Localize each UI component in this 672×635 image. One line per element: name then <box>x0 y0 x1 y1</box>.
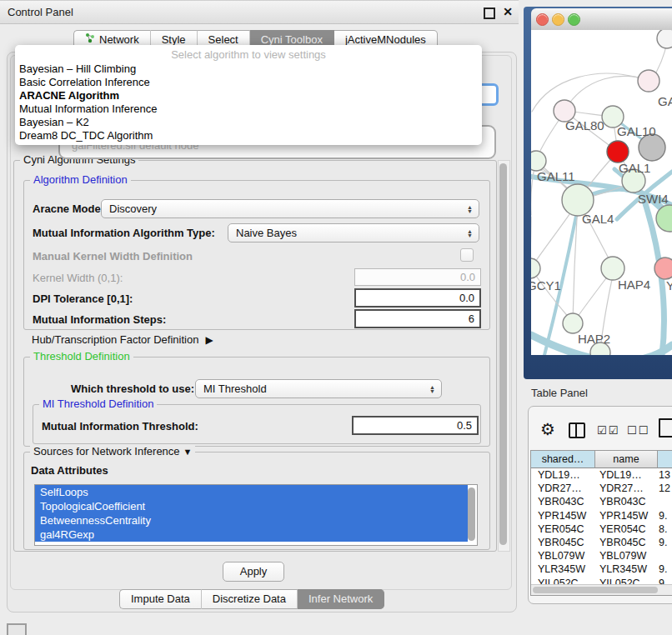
network-node[interactable] <box>654 258 672 279</box>
table-cell[interactable]: YBR043C <box>538 495 593 508</box>
table-cell[interactable]: YER054C <box>538 522 593 536</box>
mi-threshold-label: Mutual Information Threshold: <box>42 420 198 432</box>
node-label: GAL10 <box>617 124 656 138</box>
mi-threshold-definition-group: MI Threshold Definition Mutual Informati… <box>33 404 481 444</box>
column-header-name[interactable]: name <box>595 451 658 468</box>
table-row[interactable]: YBR043CYBR043C <box>531 495 672 508</box>
dpi-tolerance-input[interactable]: 0.0 <box>354 288 481 308</box>
import-table-icon[interactable] <box>659 418 672 438</box>
hub-definition-label: Hub/Transcription Factor Definition <box>32 333 198 346</box>
network-node[interactable] <box>563 313 583 333</box>
network-node[interactable] <box>601 257 624 280</box>
table-cell[interactable]: YER054C <box>599 522 654 536</box>
which-threshold-label: Which threshold to use: <box>71 382 194 395</box>
table-cell[interactable]: 9. <box>659 509 672 522</box>
table-cell[interactable]: YLR345W <box>599 562 654 576</box>
algorithm-option[interactable]: Mutual Information Inference <box>15 102 482 116</box>
mi-threshold-input[interactable]: 0.5 <box>352 416 479 435</box>
table-cell[interactable]: 8. <box>659 522 672 536</box>
float-window-icon[interactable] <box>484 8 495 19</box>
network-edge[interactable] <box>564 76 649 111</box>
table-hscroll-thumb[interactable] <box>533 587 658 593</box>
table-row[interactable]: YBR045CYBR045C9. <box>531 536 672 549</box>
dpi-tolerance-label: DPI Tolerance [0,1]: <box>33 292 133 305</box>
table-cell[interactable]: YBR043C <box>599 495 654 508</box>
algorithm-option[interactable]: ARACNE Algorithm <box>15 89 482 102</box>
network-node[interactable] <box>657 30 672 48</box>
tab-impute-data[interactable]: Impute Data <box>119 589 202 609</box>
table-cell[interactable]: YDL19… <box>599 468 654 482</box>
tab-discretize-data[interactable]: Discretize Data <box>202 589 298 609</box>
close-icon[interactable]: ✕ <box>503 5 513 18</box>
table-horizontal-scrollbar[interactable] <box>531 584 672 595</box>
network-node[interactable] <box>531 258 540 278</box>
table-panel-title: Table Panel <box>531 387 588 399</box>
table-row[interactable]: YBL079WYBL079W <box>531 549 672 562</box>
column-header-cut[interactable] <box>658 451 672 468</box>
table-cell[interactable]: YDR27… <box>599 482 654 495</box>
table-cell[interactable]: YLR345W <box>538 562 593 576</box>
network-canvas[interactable]: GALGAL80GAL10GAL1GAL11SWI4GAL4GCY1HAP4YH… <box>531 30 672 355</box>
network-node[interactable] <box>531 151 546 171</box>
algorithm-option[interactable]: Bayesian – Hill Climbing <box>15 62 482 76</box>
minimized-panel-icon[interactable] <box>7 623 27 635</box>
tab-label: Infer Network <box>308 590 373 608</box>
kernel-width-input[interactable]: 0.0 <box>354 268 481 286</box>
table-cell[interactable]: YBL079W <box>599 549 654 562</box>
settings-scrollbar-thumb[interactable] <box>499 163 507 545</box>
control-panel-titlebar: Control Panel ✕ <box>0 0 519 24</box>
deselect-all-checkboxes-icon[interactable]: ☐☐ <box>627 424 649 437</box>
network-edge[interactable] <box>532 73 649 112</box>
mi-type-select[interactable]: Naive Bayes ▲▼ <box>228 223 479 242</box>
tab-label: Discretize Data <box>213 590 286 608</box>
table-cell[interactable]: YDR27… <box>538 482 593 495</box>
table-row[interactable]: YLR345WYLR345W9. <box>531 562 672 576</box>
mi-steps-input[interactable]: 6 <box>354 309 481 328</box>
manual-kernel-label: Manual Kernel Width Definition <box>33 250 193 262</box>
column-header-shared-name[interactable]: shared… <box>531 451 595 468</box>
algorithm-option[interactable]: Basic Correlation Inference <box>15 76 482 89</box>
table-cell[interactable]: 9. <box>659 562 672 576</box>
select-all-checkboxes-icon[interactable]: ☑☑ <box>597 424 619 437</box>
data-attribute-item[interactable]: SelfLoops <box>35 485 468 499</box>
data-attribute-item[interactable]: gal4RGexp <box>35 528 468 542</box>
list-scrollbar-thumb[interactable] <box>468 488 475 541</box>
table-cell[interactable]: YPR145W <box>599 509 654 522</box>
table-cell[interactable]: YBR045C <box>599 536 654 549</box>
table-cell[interactable]: 12 <box>659 482 672 495</box>
close-traffic-light-icon[interactable] <box>536 13 549 26</box>
data-attributes-label: Data Attributes <box>31 464 108 477</box>
algorithm-option[interactable]: Dream8 DC_TDC Algorithm <box>15 129 482 142</box>
hub-definition-expander[interactable]: Hub/Transcription Factor Definition▶ <box>32 333 213 346</box>
network-window-titlebar[interactable] <box>531 8 672 31</box>
network-node[interactable] <box>607 141 629 162</box>
manual-kernel-checkbox[interactable] <box>460 248 474 262</box>
table-cell[interactable]: 13 <box>659 468 672 482</box>
column-visibility-icon[interactable] <box>569 422 585 438</box>
table-cell[interactable]: YBL079W <box>538 549 593 562</box>
gear-icon[interactable]: ⚙ <box>540 419 555 439</box>
minimize-traffic-light-icon[interactable] <box>552 13 564 26</box>
table-row[interactable]: YDR27…YDR27…12 <box>531 482 672 495</box>
algorithm-option[interactable]: Bayesian – K2 <box>15 116 482 129</box>
tab-infer-network[interactable]: Infer Network <box>298 589 384 609</box>
data-attribute-item[interactable]: TopologicalCoefficient <box>35 499 468 513</box>
table-cell[interactable]: YDL19… <box>538 468 593 482</box>
data-attribute-item[interactable]: BetweennessCentrality <box>35 513 468 528</box>
tab-label: Impute Data <box>131 590 190 608</box>
sources-group-title[interactable]: Sources for Network Inference▼ <box>30 445 195 458</box>
table-row[interactable]: YER054CYER054C8. <box>531 522 672 536</box>
apply-button[interactable]: Apply <box>223 562 284 582</box>
table-cell[interactable]: YBR045C <box>538 536 593 549</box>
mi-steps-label: Mutual Information Steps: <box>33 313 166 326</box>
aracne-mode-select[interactable]: Discovery ▲▼ <box>101 199 479 218</box>
which-threshold-select[interactable]: MI Threshold ▲▼ <box>195 379 442 398</box>
table-row[interactable]: YDL19…YDL19…13 <box>531 468 672 482</box>
settings-scrollbar[interactable] <box>498 160 510 552</box>
network-node[interactable] <box>638 70 659 92</box>
table-cell[interactable]: YPR145W <box>538 509 593 522</box>
table-row[interactable]: YPR145WYPR145W9. <box>531 509 672 522</box>
zoom-traffic-light-icon[interactable] <box>568 13 580 26</box>
algorithm-option-list: Bayesian – Hill ClimbingBasic Correlatio… <box>15 62 482 142</box>
table-cell[interactable]: 9. <box>659 536 672 549</box>
